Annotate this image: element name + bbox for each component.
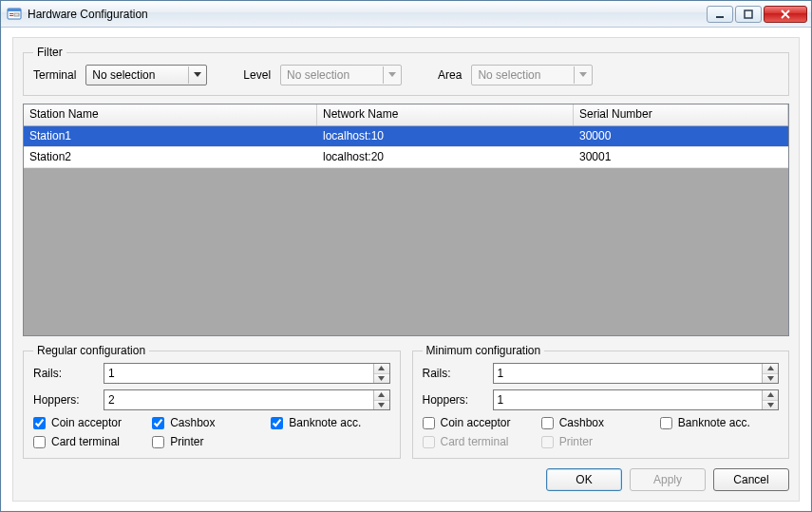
regular-rails-input[interactable] [104, 363, 390, 384]
minimum-rails-label: Rails: [423, 367, 493, 380]
window-frame: Hardware Configuration Filter Terminal N… [0, 0, 812, 512]
svg-rect-1 [8, 9, 21, 11]
minimum-coin-acceptor-checkbox[interactable]: Coin acceptor [423, 416, 541, 429]
cell-network-name: localhost:10 [317, 126, 574, 146]
regular-coin-acceptor-checkbox[interactable]: Coin acceptor [33, 416, 152, 429]
svg-rect-3 [9, 15, 13, 16]
minimum-rails-input[interactable] [493, 363, 780, 384]
minimum-hoppers-label: Hoppers: [423, 393, 493, 407]
terminal-label: Terminal [33, 68, 76, 82]
inner-panel: Filter Terminal No selection Level No se… [12, 37, 800, 502]
table-body: Station1localhost:1030000Station2localho… [24, 126, 788, 335]
spin-up-icon[interactable] [374, 364, 389, 374]
regular-config-legend: Regular configuration [33, 344, 149, 357]
level-select: No selection [280, 65, 402, 85]
minimum-config-group: Minimum configuration Rails: Hoppers: [412, 344, 790, 459]
chevron-down-icon [574, 66, 591, 84]
spin-up-icon[interactable] [374, 390, 389, 401]
filter-group: Filter Terminal No selection Level No se… [23, 46, 789, 96]
svg-rect-2 [9, 13, 13, 14]
minimum-config-legend: Minimum configuration [423, 344, 545, 357]
spin-down-icon[interactable] [374, 401, 389, 410]
regular-hoppers-input[interactable] [104, 389, 390, 410]
area-select: No selection [471, 65, 593, 85]
svg-rect-5 [716, 16, 724, 18]
spin-up-icon[interactable] [763, 364, 778, 374]
filter-legend: Filter [33, 46, 66, 59]
cell-station-name: Station1 [24, 126, 317, 146]
svg-rect-6 [745, 10, 752, 18]
minimum-banknote-checkbox[interactable]: Banknote acc. [660, 416, 779, 429]
table-row[interactable]: Station1localhost:1030000 [24, 126, 788, 147]
area-select-value: No selection [478, 68, 540, 82]
regular-hoppers-value[interactable] [104, 390, 373, 409]
terminal-select-value: No selection [92, 68, 155, 82]
cell-station-name: Station2 [24, 147, 317, 167]
spin-down-icon[interactable] [763, 374, 778, 384]
chevron-down-icon [188, 66, 205, 84]
minimum-cashbox-checkbox[interactable]: Cashbox [541, 416, 660, 429]
cell-network-name: localhost:20 [317, 147, 574, 167]
svg-rect-4 [14, 13, 19, 16]
minimum-hoppers-value[interactable] [494, 390, 763, 409]
stations-table[interactable]: Station Name Network Name Serial Number … [23, 104, 789, 336]
area-label: Area [438, 68, 462, 82]
window-title: Hardware Configuration [28, 8, 707, 21]
minimum-rails-value[interactable] [494, 364, 763, 383]
cell-serial-number: 30000 [574, 126, 788, 146]
close-button[interactable] [764, 6, 807, 23]
cell-serial-number: 30001 [574, 147, 788, 167]
maximize-button[interactable] [735, 6, 762, 23]
spin-up-icon[interactable] [763, 390, 778, 401]
minimum-card-terminal-checkbox: Card terminal [423, 435, 541, 448]
apply-button[interactable]: Apply [630, 468, 706, 491]
spin-down-icon[interactable] [763, 401, 778, 410]
minimum-hoppers-input[interactable] [493, 389, 780, 410]
regular-rails-value[interactable] [104, 364, 373, 383]
chevron-down-icon [383, 66, 400, 84]
regular-config-group: Regular configuration Rails: Hoppers: [23, 344, 401, 459]
regular-printer-checkbox[interactable]: Printer [152, 435, 271, 448]
ok-button[interactable]: OK [546, 468, 622, 491]
regular-banknote-checkbox[interactable]: Banknote acc. [271, 416, 389, 429]
app-icon [7, 7, 22, 22]
regular-card-terminal-checkbox[interactable]: Card terminal [33, 435, 152, 448]
dialog-footer: OK Apply Cancel [23, 459, 789, 491]
table-row[interactable]: Station2localhost:2030001 [24, 147, 788, 168]
level-label: Level [243, 68, 271, 82]
regular-cashbox-checkbox[interactable]: Cashbox [152, 416, 271, 429]
cancel-button[interactable]: Cancel [713, 468, 789, 491]
column-network-name[interactable]: Network Name [317, 104, 574, 125]
regular-rails-label: Rails: [33, 367, 104, 380]
regular-hoppers-label: Hoppers: [33, 393, 104, 407]
terminal-select[interactable]: No selection [85, 65, 207, 85]
minimize-button[interactable] [707, 6, 733, 23]
minimum-printer-checkbox: Printer [541, 435, 660, 448]
titlebar[interactable]: Hardware Configuration [1, 1, 811, 28]
table-header: Station Name Network Name Serial Number [24, 104, 788, 126]
client-area: Filter Terminal No selection Level No se… [1, 28, 811, 511]
column-serial-number[interactable]: Serial Number [574, 104, 788, 125]
column-station-name[interactable]: Station Name [24, 104, 317, 125]
spin-down-icon[interactable] [374, 374, 389, 384]
level-select-value: No selection [287, 68, 349, 82]
